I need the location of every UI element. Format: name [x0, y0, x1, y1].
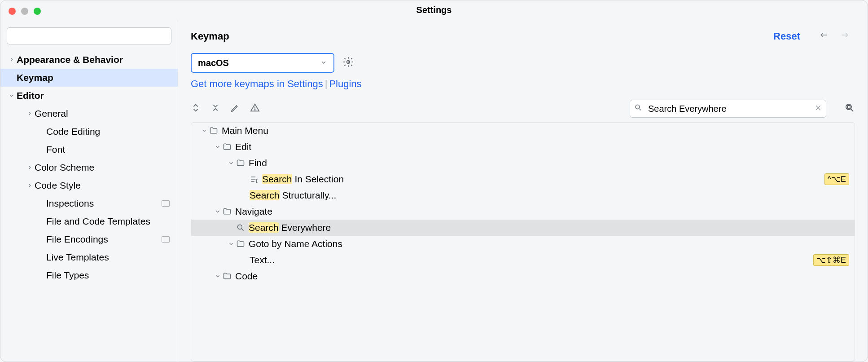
- conflicts-button[interactable]: [250, 103, 260, 115]
- tree-row[interactable]: Find: [191, 155, 855, 171]
- tree-row-label: Search Everywhere: [249, 222, 849, 233]
- action-search: [630, 100, 826, 118]
- tree-row[interactable]: Main Menu: [191, 123, 855, 139]
- sidebar-item-label: Keymap: [17, 72, 178, 83]
- tree-row[interactable]: Search Everywhere: [191, 220, 855, 236]
- collapse-all-button[interactable]: [210, 103, 220, 115]
- sidebar-item[interactable]: Editor: [0, 87, 178, 105]
- keymap-gear-button[interactable]: [342, 56, 354, 70]
- svg-point-6: [254, 109, 255, 110]
- svg-point-19: [237, 225, 242, 229]
- chevron-down-icon: [226, 160, 236, 166]
- sidebar-item-label: File and Code Templates: [46, 216, 178, 227]
- keymap-toolbar: [178, 97, 868, 122]
- svg-point-7: [636, 105, 640, 109]
- edit-shortcut-button[interactable]: [230, 103, 240, 115]
- forward-button[interactable]: [834, 29, 855, 43]
- find-by-shortcut-button[interactable]: [844, 102, 855, 115]
- sidebar-item[interactable]: Appearance & Behavior: [0, 51, 178, 69]
- sidebar-item-label: Color Scheme: [35, 162, 178, 173]
- svg-line-8: [639, 109, 641, 110]
- chevron-right-icon: [7, 57, 17, 63]
- chevron-down-icon: [213, 273, 223, 279]
- sidebar-item[interactable]: Color Scheme: [0, 159, 178, 177]
- selection-icon: [250, 175, 259, 184]
- tree-row[interactable]: Code: [191, 268, 855, 284]
- sidebar-item[interactable]: File Encodings: [0, 230, 178, 248]
- tree-row-label: Main Menu: [222, 125, 849, 136]
- tree-row-label: Navigate: [235, 206, 849, 217]
- sidebar-item[interactable]: General: [0, 105, 178, 123]
- sidebar-item-label: File Types: [46, 270, 178, 281]
- tree-row-label: Find: [249, 158, 849, 168]
- chevron-right-icon: [25, 164, 35, 171]
- tree-row-label: Goto by Name Actions: [249, 238, 849, 249]
- sidebar-item[interactable]: File Types: [0, 266, 178, 284]
- sidebar-item[interactable]: Live Templates: [0, 248, 178, 266]
- chevron-right-icon: [25, 110, 35, 117]
- back-button[interactable]: [814, 29, 834, 43]
- keymap-tree[interactable]: Main MenuEditFindSearch In Selection^⌥ES…: [191, 122, 855, 362]
- tree-row[interactable]: Navigate: [191, 203, 855, 220]
- search-icon: [634, 104, 642, 114]
- sidebar-item-label: Inspections: [46, 198, 162, 209]
- shortcut-badge: ^⌥E: [824, 173, 849, 185]
- chevron-down-icon: [213, 144, 223, 150]
- sidebar-item[interactable]: File and Code Templates: [0, 212, 178, 230]
- action-search-input[interactable]: [630, 100, 826, 118]
- tree-row-label: Code: [235, 271, 849, 282]
- tree-row-label: Search In Selection: [262, 174, 821, 185]
- settings-sidebar: Appearance & BehaviorKeymapEditorGeneral…: [0, 20, 178, 362]
- main-panel: Keymap Reset macOS: [178, 20, 868, 362]
- settings-search-input[interactable]: [7, 27, 171, 44]
- tree-row-label: Search Structurally...: [250, 190, 849, 201]
- clear-search-button[interactable]: [815, 104, 822, 114]
- scheme-icon: [162, 200, 170, 207]
- titlebar: Settings: [0, 0, 868, 20]
- sidebar-item-label: File Encodings: [46, 234, 162, 245]
- svg-rect-13: [847, 106, 850, 108]
- keymap-select[interactable]: macOS: [191, 53, 334, 73]
- body: Appearance & BehaviorKeymapEditorGeneral…: [0, 20, 868, 362]
- folder-icon: [223, 272, 232, 281]
- keymap-selector-row: macOS: [178, 51, 868, 77]
- expand-all-button[interactable]: [191, 103, 201, 115]
- sidebar-item-label: Live Templates: [46, 252, 178, 263]
- svg-line-20: [242, 229, 244, 231]
- shortcut-badge: ⌥⇧⌘E: [813, 254, 849, 266]
- chevron-down-icon: [199, 128, 209, 134]
- tree-row[interactable]: Text...⌥⇧⌘E: [191, 252, 855, 268]
- sidebar-item-label: Editor: [17, 90, 178, 101]
- tree-row[interactable]: Edit: [191, 139, 855, 155]
- tree-row[interactable]: Search In Selection^⌥E: [191, 171, 855, 187]
- tree-row[interactable]: Goto by Name Actions: [191, 236, 855, 252]
- keymap-select-value: macOS: [198, 58, 229, 68]
- chevron-down-icon: [7, 93, 17, 99]
- sidebar-item[interactable]: Code Editing: [0, 123, 178, 141]
- chevron-down-icon: [226, 241, 236, 247]
- scheme-icon: [162, 236, 170, 243]
- sidebar-item-label: General: [35, 108, 178, 119]
- sidebar-item[interactable]: Code Style: [0, 177, 178, 194]
- folder-icon: [236, 159, 245, 168]
- tree-row[interactable]: Search Structurally...: [191, 187, 855, 203]
- svg-point-11: [846, 104, 851, 110]
- tree-row-label: Edit: [235, 141, 849, 152]
- get-more-keymaps-link[interactable]: Get more keymaps in Settings|Plugins: [178, 77, 868, 97]
- search-icon: [236, 223, 245, 232]
- page-header: Keymap Reset: [178, 20, 868, 51]
- sidebar-item-label: Font: [46, 144, 178, 155]
- sidebar-item[interactable]: Font: [0, 141, 178, 159]
- svg-line-12: [851, 109, 853, 111]
- sidebar-item[interactable]: Inspections: [0, 194, 178, 212]
- chevron-down-icon: [320, 58, 327, 68]
- folder-icon: [236, 239, 245, 248]
- chevron-right-icon: [25, 182, 35, 189]
- reset-button[interactable]: Reset: [773, 31, 800, 42]
- window-title: Settings: [0, 5, 868, 15]
- sidebar-item-label: Code Editing: [46, 126, 178, 137]
- sidebar-item[interactable]: Keymap: [0, 69, 178, 87]
- settings-tree[interactable]: Appearance & BehaviorKeymapEditorGeneral…: [0, 51, 178, 362]
- page-title: Keymap: [191, 31, 229, 42]
- chevron-down-icon: [213, 208, 223, 215]
